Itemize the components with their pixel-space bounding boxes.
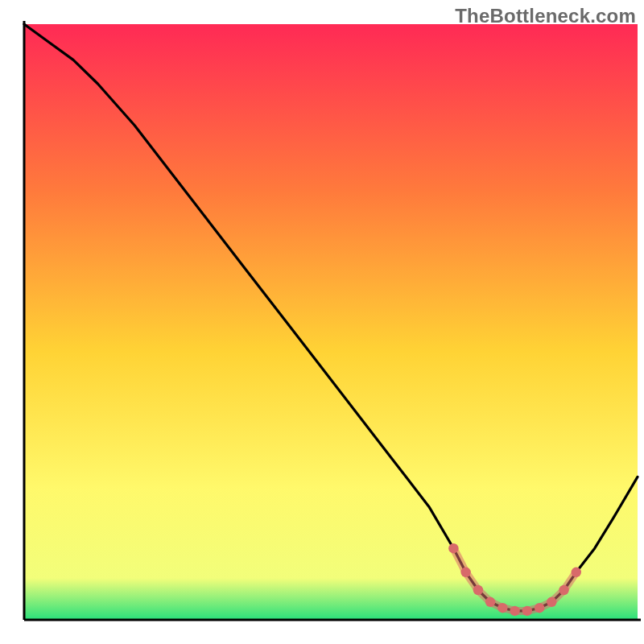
highlight-dot xyxy=(547,597,556,607)
plot-area xyxy=(24,24,638,620)
watermark-text: TheBottleneck.com xyxy=(455,5,636,27)
bottleneck-chart xyxy=(0,0,644,644)
chart-container: TheBottleneck.com xyxy=(0,0,644,644)
gradient-background xyxy=(24,24,638,620)
highlight-dot xyxy=(473,585,483,595)
highlight-dot xyxy=(510,606,519,616)
highlight-dot xyxy=(572,568,581,577)
highlight-dot xyxy=(535,603,544,613)
highlight-dot xyxy=(460,568,470,577)
highlight-dot xyxy=(559,585,568,595)
highlight-dot xyxy=(497,603,507,613)
highlight-dot xyxy=(448,543,458,553)
highlight-dot xyxy=(522,606,532,616)
highlight-dot xyxy=(485,597,495,607)
